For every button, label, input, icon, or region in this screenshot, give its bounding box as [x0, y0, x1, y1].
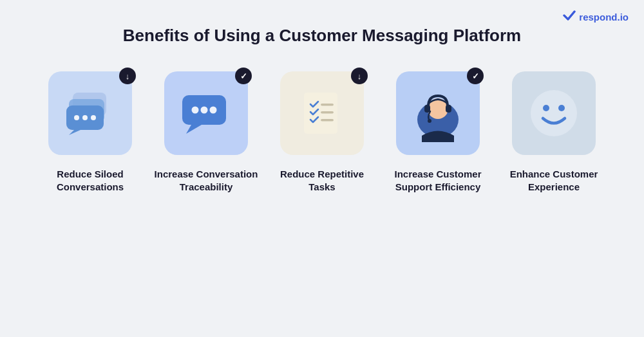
svg-rect-12 — [321, 111, 334, 114]
svg-rect-13 — [321, 119, 334, 122]
label-siloed: Reduce Siloed Conversations — [35, 168, 145, 194]
badge-support: ✓ — [467, 68, 484, 84]
card-traceability: ✓ Increase Conversation Traceability — [151, 71, 261, 194]
svg-point-19 — [531, 90, 577, 136]
svg-point-18 — [428, 119, 431, 123]
cards-container: ↓ Reduce Siloed Conversations ✓ — [26, 71, 618, 194]
svg-point-3 — [74, 115, 79, 120]
card-siloed: ↓ Reduce Siloed Conversations — [35, 71, 145, 194]
badge-siloed: ↓ — [119, 68, 136, 84]
icon-support: ✓ — [396, 71, 480, 155]
logo-text: respond.io — [579, 12, 629, 23]
icon-siloed: ↓ — [48, 71, 132, 155]
label-experience: Enhance Customer Experience — [499, 168, 609, 194]
page-title: Benefits of Using a Customer Messaging P… — [123, 26, 521, 46]
card-support: ✓ Increase Customer Support Efficiency — [383, 71, 493, 194]
svg-point-9 — [210, 107, 217, 114]
card-experience: Enhance Customer Experience — [499, 71, 609, 194]
svg-point-4 — [82, 115, 88, 120]
svg-rect-17 — [446, 105, 451, 113]
logo: respond.io — [563, 10, 629, 24]
label-support: Increase Customer Support Efficiency — [383, 168, 493, 194]
icon-experience — [512, 71, 596, 155]
badge-traceability: ✓ — [235, 68, 252, 84]
logo-icon — [563, 10, 576, 24]
svg-point-5 — [91, 115, 96, 120]
icon-traceability: ✓ — [164, 71, 248, 155]
page-wrapper: respond.io Benefits of Using a Customer … — [0, 0, 644, 337]
badge-tasks: ↓ — [351, 68, 368, 84]
label-tasks: Reduce Repetitive Tasks — [267, 168, 377, 194]
svg-point-21 — [558, 105, 565, 111]
svg-point-20 — [543, 105, 549, 111]
icon-tasks: ↓ — [280, 71, 364, 155]
svg-point-8 — [201, 107, 208, 114]
label-traceability: Increase Conversation Traceability — [151, 168, 261, 194]
card-tasks: ↓ Reduce Repetitive Tasks — [267, 71, 377, 194]
svg-rect-11 — [321, 104, 334, 106]
svg-point-7 — [192, 107, 199, 114]
